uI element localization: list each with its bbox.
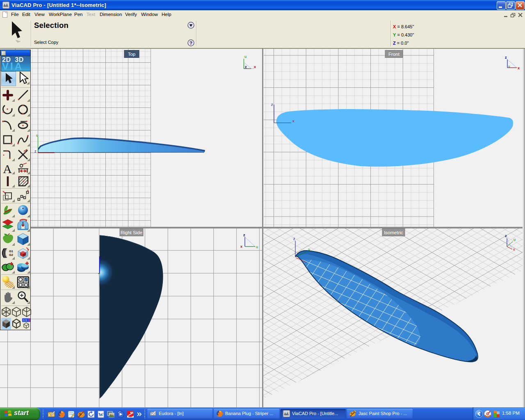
svg-text:x: x <box>292 119 294 123</box>
svg-text:G1: G1 <box>9 249 13 253</box>
svg-text:u: u <box>256 245 258 249</box>
svg-text:Front: Front <box>388 52 400 57</box>
svg-text:u: u <box>36 133 38 137</box>
svg-text:u: u <box>514 237 516 242</box>
svg-text:x: x <box>254 65 256 69</box>
svg-text:z: z <box>293 237 295 241</box>
svg-text:Right Side: Right Side <box>121 230 142 235</box>
svg-text:u: u <box>244 55 247 59</box>
svg-text:z: z <box>271 103 273 107</box>
svg-text:z: z <box>245 65 247 69</box>
svg-text:Isometric: Isometric <box>384 230 403 235</box>
svg-text:G2: G2 <box>9 253 13 257</box>
svg-text:A: A <box>3 162 12 175</box>
svg-text:z: z <box>34 149 37 153</box>
svg-text:x: x <box>518 66 520 70</box>
svg-text:u: u <box>308 247 310 251</box>
svg-text:x: x <box>240 244 242 249</box>
svg-text:W: W <box>98 412 103 418</box>
svg-text:u: u <box>508 64 510 68</box>
svg-text:x: x <box>513 247 515 251</box>
svg-text:?: ? <box>189 41 192 46</box>
svg-text:Top: Top <box>128 52 136 57</box>
svg-text:z: z <box>505 55 507 59</box>
svg-text:1:1: 1:1 <box>23 319 27 322</box>
svg-text:z: z <box>243 233 245 237</box>
svg-text:z: z <box>505 234 507 238</box>
